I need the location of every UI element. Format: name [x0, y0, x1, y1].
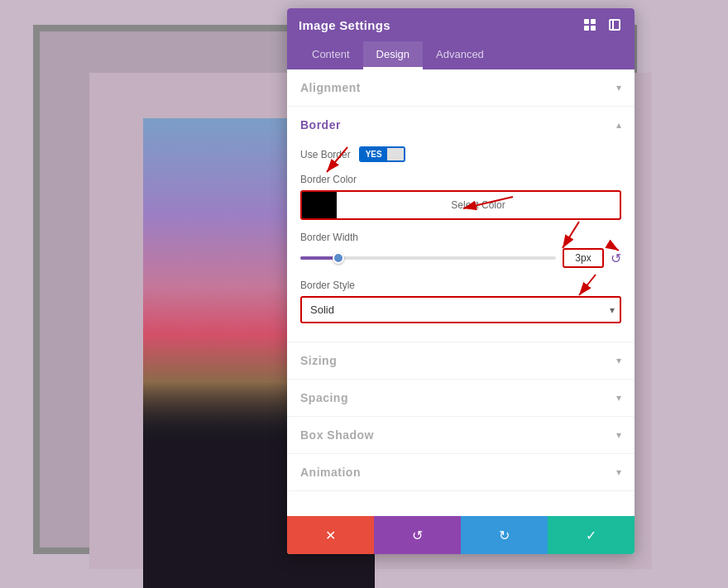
reset-icon[interactable]: ↺ [611, 251, 621, 266]
section-animation-header[interactable]: Animation ▾ [287, 454, 635, 490]
border-title: Border [300, 118, 341, 131]
panel-header-icons [582, 17, 623, 33]
section-alignment: Alignment ▾ [287, 69, 635, 107]
border-style-select[interactable]: Solid None Dashed Dotted Double [300, 296, 621, 323]
panel-title: Image Settings [299, 18, 390, 32]
border-width-value[interactable]: 3px [563, 248, 604, 268]
redo-button[interactable]: ↻ [461, 516, 548, 554]
section-border: Border ▴ Use Border YES Border Color Sel… [287, 107, 635, 342]
section-alignment-header[interactable]: Alignment ▾ [287, 69, 635, 106]
border-style-label: Border Style [300, 280, 621, 291]
border-color-picker[interactable]: Select Color [300, 190, 621, 220]
section-box-shadow-header[interactable]: Box Shadow ▾ [287, 417, 635, 453]
sizing-chevron: ▾ [616, 355, 621, 366]
spacing-chevron: ▾ [616, 392, 621, 404]
sizing-title: Sizing [300, 354, 337, 367]
tab-design[interactable]: Design [363, 41, 423, 69]
spacing-title: Spacing [300, 391, 348, 404]
section-spacing: Spacing ▾ [287, 380, 635, 417]
alignment-chevron: ▾ [616, 82, 621, 93]
border-color-label: Border Color [300, 174, 621, 185]
slider-thumb [333, 252, 344, 264]
use-border-label: Use Border [300, 149, 351, 160]
alignment-title: Alignment [300, 81, 361, 94]
border-style-select-row: Solid None Dashed Dotted Double ▾ [300, 296, 621, 323]
panel-footer: ✕ ↺ ↻ ✓ [287, 516, 635, 554]
svg-rect-2 [584, 26, 589, 31]
color-swatch-black [302, 192, 337, 218]
use-border-row: Use Border YES [300, 146, 621, 162]
section-animation: Animation ▾ [287, 454, 635, 491]
box-shadow-title: Box Shadow [300, 428, 374, 442]
section-border-header[interactable]: Border ▴ [287, 107, 635, 143]
section-spacing-header[interactable]: Spacing ▾ [287, 380, 635, 416]
svg-rect-0 [584, 19, 589, 24]
use-border-toggle[interactable]: YES [359, 146, 405, 162]
image-settings-panel: Image Settings Content Design Advanced [287, 8, 635, 554]
border-width-slider-container[interactable] [300, 250, 556, 266]
toggle-no-label [387, 148, 404, 160]
section-border-body: Use Border YES Border Color Select Color… [287, 143, 635, 342]
border-chevron: ▴ [616, 119, 621, 131]
animation-chevron: ▾ [616, 466, 621, 478]
border-width-row: 3px ↺ [300, 248, 621, 268]
save-button[interactable]: ✓ [548, 516, 635, 554]
panel-tabs: Content Design Advanced [287, 41, 635, 69]
section-sizing-header[interactable]: Sizing ▾ [287, 342, 635, 379]
section-box-shadow: Box Shadow ▾ [287, 417, 635, 454]
animation-title: Animation [300, 466, 361, 479]
undo-button[interactable]: ↺ [374, 516, 461, 554]
slider-track [300, 256, 556, 260]
settings-icon[interactable] [582, 17, 598, 33]
panel-header: Image Settings [287, 8, 635, 41]
svg-rect-4 [610, 20, 620, 30]
border-width-label: Border Width [300, 232, 621, 243]
toggle-yes-label: YES [361, 148, 387, 160]
tab-content[interactable]: Content [299, 41, 363, 69]
svg-rect-3 [591, 26, 596, 31]
select-color-label: Select Color [337, 192, 620, 218]
panel-content: Alignment ▾ Border ▴ Use Border YES [287, 69, 635, 516]
section-sizing: Sizing ▾ [287, 342, 635, 380]
svg-rect-1 [591, 19, 596, 24]
cancel-button[interactable]: ✕ [287, 516, 374, 554]
tab-advanced[interactable]: Advanced [423, 41, 497, 69]
box-shadow-chevron: ▾ [616, 429, 621, 441]
expand-icon[interactable] [606, 17, 623, 33]
